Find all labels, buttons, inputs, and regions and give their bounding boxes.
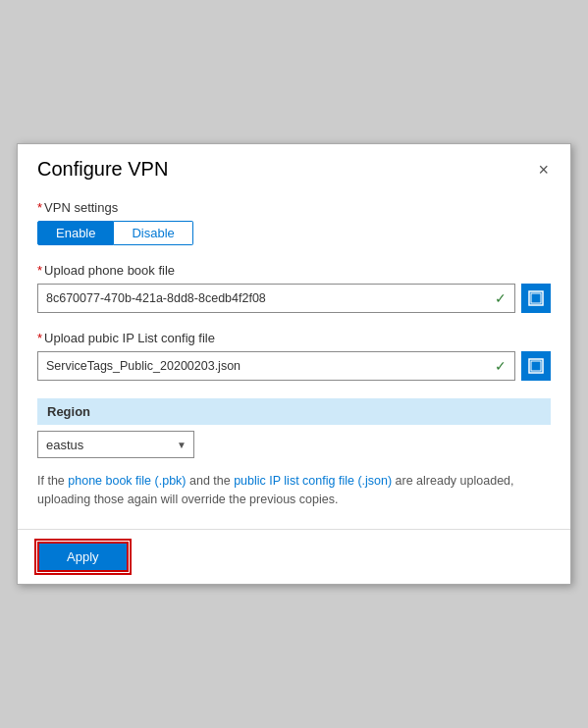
required-star-phone: * — [37, 263, 42, 278]
phone-book-check: ✓ — [495, 290, 507, 306]
vpn-settings-text: VPN settings — [44, 200, 118, 215]
required-star-ip: * — [37, 331, 42, 345]
region-select-row: eastus westus eastus2 westus2 centralus … — [37, 431, 551, 458]
region-header-row: Region — [37, 398, 551, 425]
enable-button[interactable]: Enable — [37, 221, 114, 245]
upload-icon — [528, 290, 544, 306]
phone-book-label: * Upload phone book file — [37, 263, 551, 278]
phone-book-value: 8c670077-470b-421a-8dd8-8cedb4f2f08 — [46, 291, 266, 305]
ip-list-label-text: Upload pubic IP List config file — [44, 331, 215, 345]
ip-list-input-row: ServiceTags_Public_20200203.json ✓ — [37, 351, 551, 381]
vpn-toggle-group: Enable Disable — [37, 221, 551, 245]
ip-list-section: * Upload pubic IP List config file Servi… — [37, 331, 551, 381]
highlight-phone: phone book file (.pbk) — [68, 474, 186, 488]
ip-list-value: ServiceTags_Public_20200203.json — [46, 359, 241, 373]
dialog-header: Configure VPN × — [18, 144, 570, 190]
region-section: Region eastus westus eastus2 westus2 cen… — [37, 398, 551, 458]
region-select-wrapper: eastus westus eastus2 westus2 centralus … — [37, 431, 194, 458]
upload-icon-2 — [528, 358, 544, 374]
svg-rect-1 — [531, 293, 541, 303]
phone-book-upload-button[interactable] — [521, 284, 551, 313]
phone-book-input-row: 8c670077-470b-421a-8dd8-8cedb4f2f08 ✓ — [37, 284, 551, 313]
phone-book-field: 8c670077-470b-421a-8dd8-8cedb4f2f08 ✓ — [37, 284, 515, 313]
dialog-title: Configure VPN — [37, 158, 168, 181]
phone-book-section: * Upload phone book file 8c670077-470b-4… — [37, 263, 551, 313]
ip-list-check: ✓ — [495, 358, 507, 374]
highlight-ip: public IP list config file (.json) — [234, 474, 392, 488]
required-star-vpn: * — [37, 200, 42, 215]
ip-list-upload-button[interactable] — [521, 351, 551, 381]
ip-list-label: * Upload pubic IP List config file — [37, 331, 551, 345]
svg-rect-3 — [531, 361, 541, 371]
vpn-settings-label: * VPN settings — [37, 200, 551, 215]
dialog-body: * VPN settings Enable Disable * Upload p… — [18, 190, 570, 529]
phone-book-label-text: Upload phone book file — [44, 263, 175, 278]
region-header-cell-empty — [433, 398, 551, 425]
info-text: If the phone book file (.pbk) and the pu… — [37, 472, 551, 509]
region-header-cell: Region — [37, 398, 433, 425]
close-button[interactable]: × — [532, 159, 555, 181]
disable-button[interactable]: Disable — [114, 221, 192, 245]
ip-list-field: ServiceTags_Public_20200203.json ✓ — [37, 351, 515, 381]
region-select[interactable]: eastus westus eastus2 westus2 centralus — [37, 431, 194, 458]
configure-vpn-dialog: Configure VPN × * VPN settings Enable Di… — [17, 143, 571, 585]
vpn-settings-section: * VPN settings Enable Disable — [37, 200, 551, 245]
apply-button[interactable]: Apply — [37, 542, 129, 572]
dialog-footer: Apply — [18, 529, 570, 584]
